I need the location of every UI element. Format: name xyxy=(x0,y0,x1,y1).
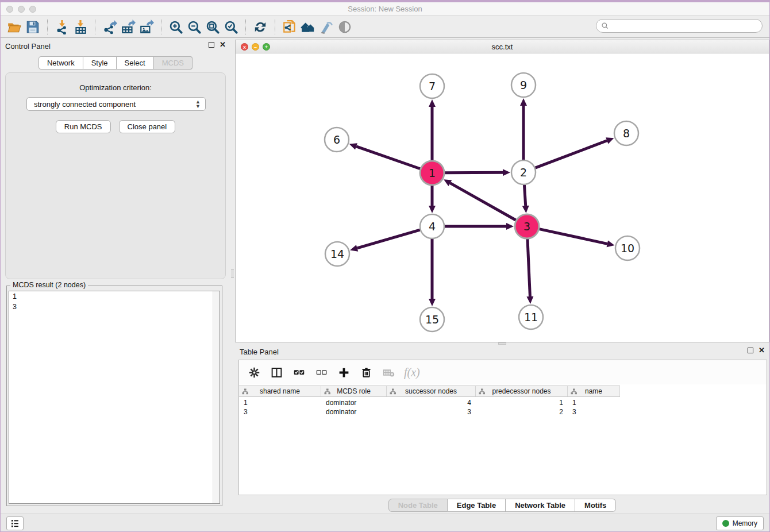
column-header-shared-name[interactable]: shared name xyxy=(239,386,321,396)
import-network-icon[interactable] xyxy=(53,18,71,36)
table-cell[interactable]: 1 xyxy=(476,398,568,407)
edge-3-1[interactable] xyxy=(444,179,516,220)
table-cell[interactable]: 4 xyxy=(387,398,476,407)
gear-icon xyxy=(248,367,260,379)
node-9[interactable]: 9 xyxy=(511,73,536,97)
eye-icon[interactable] xyxy=(336,18,354,36)
mcds-result-item[interactable]: 3 xyxy=(9,302,220,312)
edge-2-8[interactable] xyxy=(536,137,614,168)
tab-network[interactable]: Network xyxy=(38,56,83,70)
node-2[interactable]: 2 xyxy=(511,160,536,184)
list-scrollbar[interactable] xyxy=(213,291,220,503)
float-panel-icon[interactable] xyxy=(209,42,214,48)
export-image-icon[interactable] xyxy=(137,18,156,36)
node-8[interactable]: 8 xyxy=(614,121,638,145)
float-table-panel-icon[interactable] xyxy=(748,348,753,353)
import-table-icon[interactable] xyxy=(71,18,90,36)
table-cell[interactable]: 1 xyxy=(239,398,321,407)
close-panel-icon[interactable]: ✕ xyxy=(220,42,226,48)
table-cell[interactable]: 2 xyxy=(476,407,568,417)
node-7[interactable]: 7 xyxy=(420,74,444,98)
zoom-out-icon[interactable] xyxy=(185,18,203,36)
close-panel-button[interactable]: Close panel xyxy=(119,120,176,133)
close-table-panel-icon[interactable]: ✕ xyxy=(759,348,765,353)
node-10[interactable]: 10 xyxy=(615,236,640,260)
duplicate-network-icon[interactable] xyxy=(280,18,299,36)
tab-motifs[interactable]: Motifs xyxy=(575,499,616,512)
node-11[interactable]: 11 xyxy=(519,305,543,329)
table-row[interactable]: 1dominator411 xyxy=(239,398,620,407)
zoom-fit-icon[interactable] xyxy=(203,18,222,36)
deselect-all-icon[interactable] xyxy=(314,365,328,379)
node-6[interactable]: 6 xyxy=(325,128,349,152)
tab-edge-table[interactable]: Edge Table xyxy=(448,499,506,512)
save-session-icon[interactable] xyxy=(24,18,42,36)
edge-1-7[interactable] xyxy=(429,99,436,160)
tab-network-table[interactable]: Network Table xyxy=(506,499,575,512)
vertical-splitter[interactable] xyxy=(230,39,235,514)
toolbar-separator xyxy=(161,20,161,34)
edge-1-2[interactable] xyxy=(445,169,510,176)
column-header-label: MCDS role xyxy=(337,387,371,395)
status-list-button[interactable] xyxy=(6,516,24,530)
edge-1-6[interactable] xyxy=(349,143,421,169)
edge-4-14[interactable] xyxy=(350,230,420,252)
export-table-icon[interactable] xyxy=(119,18,137,36)
search-input[interactable] xyxy=(612,21,762,31)
node-15[interactable]: 15 xyxy=(420,307,444,331)
select-all-icon[interactable] xyxy=(292,365,306,379)
splitter-grip[interactable] xyxy=(231,269,234,278)
edge-3-11[interactable] xyxy=(526,239,533,304)
criterion-select[interactable]: strongly connected component ▲▼ xyxy=(26,97,206,111)
search-box[interactable] xyxy=(596,19,763,33)
edge-3-10[interactable] xyxy=(539,229,614,248)
table-cell[interactable]: 3 xyxy=(568,407,620,417)
table-cell[interactable]: 1 xyxy=(568,398,620,407)
column-header-MCDS-role[interactable]: MCDS role xyxy=(321,386,387,396)
tab-style[interactable]: Style xyxy=(83,56,117,70)
status-bar: Memory xyxy=(1,514,769,531)
table-cell[interactable]: 3 xyxy=(387,407,476,417)
edge-4-3[interactable] xyxy=(445,223,514,230)
delete-icon[interactable] xyxy=(359,365,373,379)
graphics-details-icon[interactable] xyxy=(317,18,336,36)
column-header-name[interactable]: name xyxy=(568,386,620,396)
zoom-selected-icon[interactable] xyxy=(222,18,240,36)
edge-4-15[interactable] xyxy=(429,239,436,306)
edge-2-3[interactable] xyxy=(522,185,529,213)
column-type-icon xyxy=(324,388,330,395)
table-row[interactable]: 3dominator323 xyxy=(239,407,620,417)
node-3[interactable]: 3 xyxy=(515,214,539,238)
edge-1-4[interactable] xyxy=(429,186,436,213)
mcds-result-item[interactable]: 1 xyxy=(9,291,220,302)
mcds-result-list[interactable]: 13 xyxy=(9,291,220,504)
column-header-predecessor-nodes[interactable]: predecessor nodes xyxy=(476,386,568,396)
network-window-titlebar[interactable]: x–+ scc.txt xyxy=(236,40,769,53)
import-network-icon xyxy=(55,20,70,34)
tab-node-table[interactable]: Node Table xyxy=(388,499,448,512)
add-icon[interactable] xyxy=(337,365,351,379)
table-cell[interactable]: dominator xyxy=(321,398,387,407)
zoom-in-icon[interactable] xyxy=(167,18,185,36)
table-cell[interactable]: 3 xyxy=(239,407,321,417)
run-mcds-button[interactable]: Run MCDS xyxy=(56,120,111,133)
open-file-icon xyxy=(7,20,22,34)
edge-2-9[interactable] xyxy=(520,98,527,160)
node-1[interactable]: 1 xyxy=(420,161,444,185)
node-4[interactable]: 4 xyxy=(420,214,444,238)
tab-select[interactable]: Select xyxy=(117,56,154,70)
memory-button[interactable]: Memory xyxy=(716,516,764,530)
table-cell[interactable]: dominator xyxy=(321,407,387,417)
column-header-successor-nodes[interactable]: successor nodes xyxy=(387,386,476,396)
mcds-result-title: MCDS result (2 nodes) xyxy=(10,281,88,289)
gear-icon[interactable] xyxy=(247,365,261,379)
tab-mcds[interactable]: MCDS xyxy=(154,56,192,70)
export-network-icon[interactable] xyxy=(101,18,119,36)
node-14[interactable]: 14 xyxy=(325,242,349,266)
zoom-out-icon xyxy=(187,20,202,34)
refresh-icon[interactable] xyxy=(251,18,270,36)
open-file-icon[interactable] xyxy=(5,18,24,36)
columns-icon[interactable] xyxy=(270,365,283,379)
first-neighbors-icon[interactable] xyxy=(299,18,317,36)
network-canvas[interactable]: 7968124314101511 xyxy=(236,53,769,342)
